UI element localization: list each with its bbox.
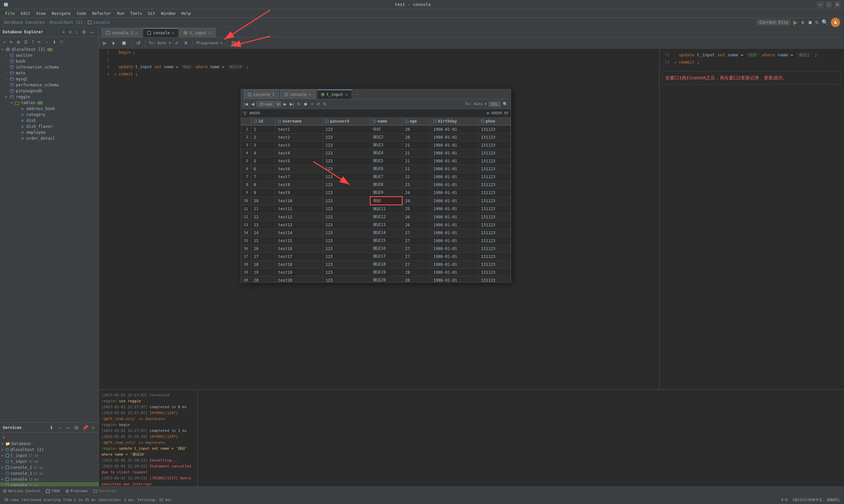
services-tab[interactable]: Services xyxy=(93,489,116,493)
undo-table-btn[interactable]: ↺ xyxy=(315,102,321,107)
tree-table-employee[interactable]: › ⊞ employee xyxy=(0,129,99,136)
close-overlay-tinput-tab[interactable]: ✕ xyxy=(345,92,348,97)
tree-table-dish-flavor[interactable]: › ⊞ dish_flavor xyxy=(0,124,99,129)
version-control-tab[interactable]: Version Control xyxy=(3,489,40,493)
table-cell[interactable]: 2 xyxy=(251,133,275,141)
close-console-tab[interactable]: ✕ xyxy=(172,30,174,36)
table-cell[interactable]: 13 xyxy=(251,221,275,229)
table-cell[interactable]: 26 xyxy=(402,213,431,221)
table-cell[interactable]: 测试9 xyxy=(370,189,402,197)
table-cell[interactable]: 1998-01-01 xyxy=(431,221,478,229)
table-cell[interactable]: 123 xyxy=(323,173,370,181)
table-cell[interactable]: 123 xyxy=(323,253,370,260)
tree-table-dish[interactable]: › ⊞ dish xyxy=(0,118,99,124)
table-cell[interactable]: 131123 xyxy=(478,149,510,157)
overlay-tab-console[interactable]: console ✕ xyxy=(280,90,315,99)
table-cell[interactable]: 1998-01-01 xyxy=(431,189,478,197)
table-cell[interactable]: 27 xyxy=(402,237,431,245)
collapse-db-button[interactable]: — xyxy=(89,29,96,35)
table-cell[interactable]: 123 xyxy=(323,157,370,165)
table-row[interactable]: 55test5123测试5211998-01-01131123 xyxy=(241,157,511,165)
commit-button[interactable]: ✓ xyxy=(173,39,180,47)
table-cell[interactable]: test16 xyxy=(275,245,323,253)
table-cell[interactable]: 123 xyxy=(323,141,370,149)
tree-pinyougoudb[interactable]: › pinyougoudb xyxy=(0,88,99,94)
col-header-birthday[interactable]: birthday xyxy=(431,118,478,125)
table-cell[interactable]: 123 xyxy=(323,276,370,283)
first-row-btn[interactable]: |◀ xyxy=(243,102,249,107)
menu-code[interactable]: Code xyxy=(74,11,89,16)
svc-item-console1-child[interactable]: › console_1 13 ms xyxy=(0,470,99,476)
table-cell[interactable]: 1998-01-01 xyxy=(431,181,478,189)
tab-console[interactable]: console ✕ xyxy=(143,28,179,37)
tree-edit-btn[interactable]: ✏ xyxy=(36,39,42,45)
tree-mysql[interactable]: › mysql xyxy=(0,76,99,82)
table-cell[interactable]: test5 xyxy=(275,157,323,165)
tree-jump-btn[interactable]: ⤴ xyxy=(30,39,35,45)
table-cell[interactable]: 1998-01-01 xyxy=(431,245,478,253)
table-cell[interactable]: 1998-01-01 xyxy=(431,133,478,141)
tab-console1[interactable]: console_1 ✕ xyxy=(102,28,142,37)
table-cell[interactable]: 1998-01-01 xyxy=(431,165,478,173)
tree-book[interactable]: › book xyxy=(0,58,99,64)
rollback-button[interactable]: ✕ xyxy=(182,39,189,47)
run-query-button[interactable]: ▶ xyxy=(102,39,108,47)
table-cell[interactable]: test20 xyxy=(275,276,323,283)
next-page-btn[interactable]: ▶ xyxy=(282,102,288,107)
table-cell[interactable]: test6 xyxy=(275,165,323,173)
table-cell[interactable]: 测试16 xyxy=(370,245,402,253)
table-row[interactable]: 1616test16123测试16271998-01-01131123 xyxy=(241,245,511,253)
close-console1-tab[interactable]: ✕ xyxy=(135,30,138,36)
table-cell[interactable]: 123 xyxy=(323,189,370,197)
maximize-button[interactable]: □ xyxy=(826,1,832,8)
table-cell[interactable]: test9 xyxy=(275,189,323,197)
table-cell[interactable]: test8 xyxy=(275,181,323,189)
table-cell[interactable]: 131123 xyxy=(478,205,510,213)
table-cell[interactable]: 131123 xyxy=(478,245,510,253)
table-cell[interactable]: 测试5 xyxy=(370,157,402,165)
svc-item-tinput-child[interactable]: › t_input 37 ms xyxy=(0,458,99,465)
table-cell[interactable]: 1998-01-01 xyxy=(431,276,478,283)
last-row-btn[interactable]: ▶| xyxy=(289,102,295,107)
table-cell[interactable]: 25 xyxy=(402,205,431,213)
tree-localhost[interactable]: ▼ @localhost [2] 11 xyxy=(0,47,99,52)
svc-item-console[interactable]: ▼ console 11 ms xyxy=(0,476,99,482)
table-cell[interactable]: 26 xyxy=(402,221,431,229)
filter-db-button[interactable]: ≡ xyxy=(68,29,73,35)
table-cell[interactable]: test18 xyxy=(275,260,323,268)
table-cell[interactable]: 测试8 xyxy=(370,181,402,189)
table-cell[interactable]: test4 xyxy=(275,149,323,157)
resume-button[interactable]: ⏵ xyxy=(110,39,118,47)
col-header-password[interactable]: password xyxy=(323,118,370,125)
table-row[interactable]: 1313test13123测试13261998-01-01131123 xyxy=(241,221,511,229)
table-cell[interactable]: 131123 xyxy=(478,221,510,229)
svc-new-btn[interactable]: + xyxy=(91,424,96,431)
table-cell[interactable]: 123 xyxy=(323,237,370,245)
svc-item-tinput[interactable]: ▼ t_input 37 ms xyxy=(0,453,99,458)
pause-button[interactable]: ⏸ xyxy=(800,20,805,25)
svc-settings-btn[interactable]: ↔ xyxy=(56,424,63,431)
stop-query-button[interactable]: ⏹ xyxy=(120,39,128,47)
search-table-btn[interactable]: 🔍 xyxy=(502,102,509,107)
table-cell[interactable]: 1998-01-01 xyxy=(431,229,478,237)
table-cell[interactable]: test7 xyxy=(275,173,323,181)
table-cell[interactable]: 1998-01-01 xyxy=(431,205,478,213)
ddl-button[interactable]: DDL xyxy=(488,102,500,107)
tree-perf-schema[interactable]: › performance_schema xyxy=(0,82,99,88)
table-cell[interactable]: 22 xyxy=(402,173,431,181)
table-cell[interactable]: 123 xyxy=(323,149,370,157)
table-cell[interactable]: 6 xyxy=(251,165,275,173)
table-row[interactable]: 77test7123测试7221998-01-01131123 xyxy=(241,173,511,181)
tree-moto[interactable]: › moto xyxy=(0,70,99,76)
table-cell[interactable]: test19 xyxy=(275,268,323,276)
col-header-phone[interactable]: phon xyxy=(478,118,510,125)
table-cell[interactable]: 1998-01-01 xyxy=(431,260,478,268)
tree-schema-btn[interactable]: ⊞ xyxy=(16,39,21,45)
settings-db-button[interactable]: ⚙ xyxy=(81,29,87,35)
table-cell[interactable]: 测试13 xyxy=(370,221,402,229)
table-cell[interactable]: 测试2 xyxy=(370,133,402,141)
table-cell[interactable]: 测试6 xyxy=(370,165,402,173)
table-cell[interactable]: 20 xyxy=(402,133,431,141)
col-header-name[interactable]: name xyxy=(370,118,402,125)
tree-arrow-btn[interactable]: → xyxy=(44,39,50,45)
